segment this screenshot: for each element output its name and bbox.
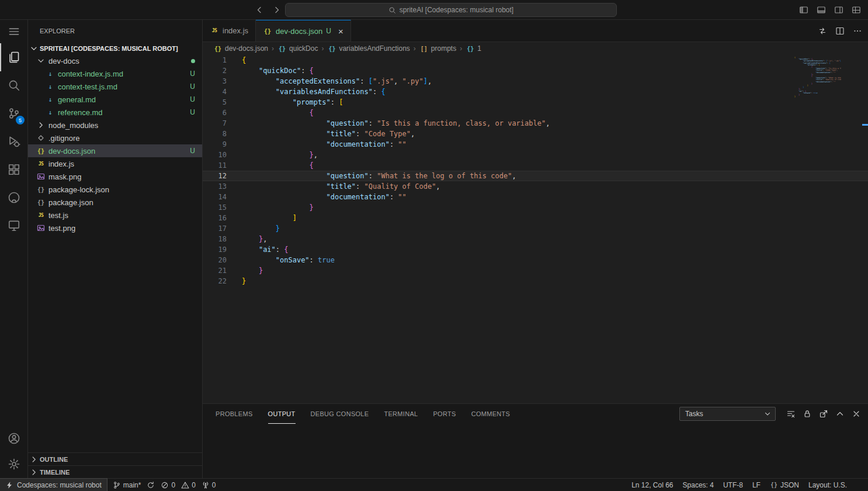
activity-item-run-debug[interactable] [0, 127, 27, 155]
activity-item-extensions[interactable] [0, 155, 27, 184]
code-line[interactable]: 16 ] [203, 213, 868, 223]
activity-item-search[interactable] [0, 71, 27, 99]
panel-tab-output[interactable]: OUTPUT [268, 404, 296, 424]
code-line[interactable]: 20 "onSave": true [203, 255, 868, 265]
tab-index.js[interactable]: JSindex.js [203, 20, 256, 42]
section-timeline[interactable]: TIMELINE [28, 465, 202, 478]
breadcrumb-item-1[interactable]: {}1 [466, 44, 481, 53]
activity-item-menu[interactable] [0, 20, 27, 43]
tab-label: dev-docs.json [276, 27, 322, 36]
status-language-mode[interactable]: {}JSON [770, 479, 799, 491]
file-context-index.js.md[interactable]: ↓context-index.js.mdU [28, 67, 202, 80]
status-warnings[interactable]: 0 [181, 479, 196, 491]
section-outline[interactable]: OUTLINE [28, 452, 202, 465]
file-node_modules[interactable]: node_modules [28, 119, 202, 132]
lock-icon[interactable] [803, 409, 812, 419]
panel-tab-ports[interactable]: PORTS [433, 404, 456, 424]
status-keyboard-layout[interactable]: Layout: U.S. [808, 479, 847, 491]
file-mask.png[interactable]: mask.png [28, 170, 202, 183]
breadcrumb-item-quickDoc[interactable]: {}quickDoc [277, 44, 318, 53]
status-eol-sequence[interactable]: LF [752, 479, 761, 491]
output-channel-dropdown[interactable]: Tasks [679, 407, 776, 421]
file-index.js[interactable]: JSindex.js [28, 157, 202, 170]
code-editor[interactable]: 1{2 "quickDoc": {3 "acceptedExtensions":… [203, 55, 868, 403]
activity-item-accounts[interactable] [0, 427, 27, 450]
code-line[interactable]: 11 { [203, 160, 868, 171]
status-indentation[interactable]: Spaces: 4 [683, 479, 714, 491]
code-line[interactable]: 13 "title": "Quality of Code", [203, 181, 868, 192]
branch-icon [113, 481, 121, 489]
code-line[interactable]: 6 { [203, 108, 868, 118]
close-icon[interactable]: × [338, 26, 343, 36]
command-center-search[interactable]: spriteAI [Codespaces: musical robot] [285, 3, 617, 17]
code-line[interactable]: 15 } [203, 202, 868, 213]
project-root[interactable]: SPRITEAI [CODESPACES: MUSICAL ROBOT] [28, 42, 202, 54]
clear-output-icon[interactable] [786, 409, 796, 419]
file-dev-docs.json[interactable]: {}dev-docs.jsonU [28, 144, 202, 157]
status-git-branch[interactable]: main* [113, 479, 141, 491]
open-changes-icon[interactable] [818, 26, 827, 36]
close-icon[interactable] [852, 409, 861, 419]
code-line[interactable]: 21 } [203, 265, 868, 276]
chevron-up-icon[interactable] [835, 409, 845, 419]
minimap[interactable]: { "quickDoc": { "acceptedExtensions": ["… [794, 57, 841, 98]
code-line[interactable]: 8 "title": "Code Type", [203, 129, 868, 139]
status-errors[interactable]: 0 [161, 479, 175, 491]
panel-tab-terminal[interactable]: TERMINAL [384, 404, 418, 424]
breadcrumb-item-variablesAndFunctions[interactable]: {}variablesAndFunctions [327, 44, 409, 53]
line-number: 6 [203, 108, 227, 118]
more-icon[interactable] [853, 26, 862, 36]
toggle-primary-sidebar-button[interactable] [797, 3, 811, 17]
activity-item-explorer[interactable] [0, 43, 27, 71]
file-test.png[interactable]: test.png [28, 222, 202, 234]
code-line[interactable]: 3 "acceptedExtensions": [".js", ".py"], [203, 76, 868, 87]
tab-dev-docs.json[interactable]: {}dev-docs.jsonU× [256, 20, 351, 42]
code-line[interactable]: 12 "question": "What is the log o of thi… [203, 171, 868, 181]
panel-tab-problems[interactable]: PROBLEMS [216, 404, 253, 424]
file-label: context-index.js.md [58, 70, 187, 78]
file-package-lock.json[interactable]: {}package-lock.json [28, 183, 202, 196]
back-button[interactable] [252, 3, 266, 17]
code-line[interactable]: 9 "documentation": "" [203, 139, 868, 150]
status-encoding[interactable]: UTF-8 [723, 479, 743, 491]
activity-bar: 5 [0, 20, 28, 478]
split-editor-icon[interactable] [835, 26, 845, 36]
file-dev-docs[interactable]: dev-docs [28, 54, 202, 67]
breadcrumb-item-dev-docs.json[interactable]: {}dev-docs.json [213, 44, 268, 53]
code-line[interactable]: 1{ [203, 55, 868, 65]
file-.gitignore[interactable]: .gitignore [28, 132, 202, 144]
code-line[interactable]: 2 "quickDoc": { [203, 65, 868, 76]
code-line[interactable]: 14 "documentation": "" [203, 192, 868, 202]
code-line[interactable]: 4 "variablesAndFunctions": { [203, 87, 868, 97]
toggle-secondary-sidebar-button[interactable] [832, 3, 846, 17]
status-remote-indicator[interactable]: Codespaces: musical robot [0, 479, 107, 491]
code-line[interactable]: 22} [203, 276, 868, 286]
status-forwarded-ports[interactable]: 0 [202, 479, 216, 491]
file-reference.md[interactable]: ↓reference.mdU [28, 106, 202, 119]
code-line[interactable]: 5 "prompts": [ [203, 97, 868, 108]
activity-item-source-control[interactable]: 5 [0, 99, 27, 127]
file-context-test.js.md[interactable]: ↓context-test.js.mdU [28, 80, 202, 93]
customize-layout-button[interactable] [849, 3, 863, 17]
code-line[interactable]: 19 "ai": { [203, 244, 868, 255]
panel-tab-debug-console[interactable]: DEBUG CONSOLE [311, 404, 369, 424]
breadcrumb-separator: › [272, 44, 274, 53]
code-line[interactable]: 10 }, [203, 150, 868, 160]
file-test.js[interactable]: JStest.js [28, 209, 202, 222]
breadcrumb-item-prompts[interactable]: []prompts [419, 44, 456, 53]
panel-tab-comments[interactable]: COMMENTS [471, 404, 511, 424]
status-sync-status[interactable] [147, 479, 155, 491]
activity-item-remote-explorer[interactable] [0, 212, 27, 240]
toggle-panel-button[interactable] [814, 3, 828, 17]
code-line[interactable]: 18 }, [203, 234, 868, 244]
file-general.md[interactable]: ↓general.mdU [28, 93, 202, 106]
activity-item-github[interactable] [0, 184, 27, 212]
line-number: 14 [203, 192, 227, 202]
code-line[interactable]: 7 "question": "Is this a function, class… [203, 118, 868, 129]
status-cursor-position[interactable]: Ln 12, Col 66 [631, 479, 673, 491]
activity-item-settings[interactable] [0, 450, 27, 478]
open-in-editor-icon[interactable] [819, 409, 828, 419]
code-line[interactable]: 17 } [203, 223, 868, 234]
file-package.json[interactable]: {}package.json [28, 196, 202, 209]
forward-button[interactable] [270, 3, 284, 17]
